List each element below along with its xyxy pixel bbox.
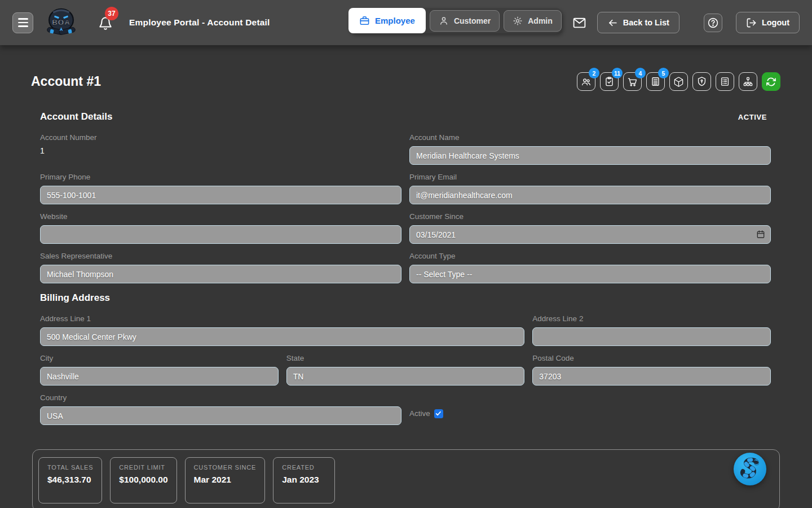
question-circle-icon [707,17,719,29]
active-checkbox[interactable] [434,409,443,418]
country-active-row: Country Active [0,393,812,433]
field-label: Sales Representative [40,252,401,260]
sales-representative-input[interactable] [40,265,401,283]
field-label: Account Name [409,133,771,142]
arrow-left-icon [607,17,618,28]
field-label: Account Number [40,133,401,142]
account-number-value: 1 [40,146,401,155]
stat-value: $46,313.70 [47,475,93,485]
primary-phone-field: Primary Phone [40,173,401,204]
snake-logo-icon [732,452,767,487]
primary-email-field: Primary Email [409,173,771,204]
cart-icon [627,76,638,87]
logout-icon [746,17,757,28]
customer-since-date-input[interactable] [409,225,771,244]
tab-employee[interactable]: Employee [348,8,426,33]
boa-cobra-logo: BOA [45,6,77,40]
field-label: Website [40,212,401,221]
active-label: Active [409,409,430,418]
people-icon [581,76,592,87]
page-title: Account #1 [31,74,101,89]
top-navbar: BOA 37 Employee Portal - Account Detail … [0,0,812,45]
contacts-button[interactable]: 2 [577,72,595,91]
back-to-list-button[interactable]: Back to List [597,12,679,33]
packages-button[interactable] [669,72,688,91]
tab-label: Customer [454,16,491,25]
tasks-button[interactable]: 11 [600,72,619,91]
stat-value: $100,000.00 [119,475,167,485]
refresh-icon [766,76,776,87]
page-header: Account #1 2 11 4 [0,45,812,91]
country-input[interactable] [40,406,401,425]
address-line-2-field: Address Line 2 [532,314,771,346]
security-button[interactable] [692,72,711,91]
website-input[interactable] [40,225,401,244]
city-input[interactable] [40,367,279,386]
tab-label: Admin [528,16,553,25]
field-label: Postal Code [532,354,771,362]
stat-customer-since: CUSTOMER SINCE Mar 2021 [185,457,266,503]
field-label: Customer Since [409,212,771,221]
navbar-right-actions: Back to List Logout [572,12,800,33]
tab-label: Employee [375,16,415,25]
orders-button[interactable]: 4 [623,72,642,91]
gear-icon [513,16,523,26]
refresh-button[interactable] [762,72,780,91]
snake-assistant-button[interactable] [732,452,767,487]
active-field: Active [409,394,771,433]
field-label: Country [40,393,401,402]
contacts-count-badge: 2 [589,68,599,78]
field-label: Account Type [409,252,771,260]
account-name-field: Account Name [409,133,771,165]
field-label: City [40,354,279,362]
customer-since-field: Customer Since [409,212,771,244]
orders-count-badge: 4 [635,68,646,78]
stat-value: Mar 2021 [194,475,257,485]
logo-text: BOA [52,18,70,27]
country-field: Country [40,393,401,425]
address-line-1-input[interactable] [40,327,524,346]
stat-created: CREATED Jan 2023 [273,457,335,503]
address-line-2-input[interactable] [532,327,771,346]
envelope-icon [572,16,586,30]
notifications-bell[interactable]: 37 [98,16,113,33]
account-stats-bar: TOTAL SALES $46,313.70 CREDIT LIMIT $100… [32,449,780,508]
sitemap-icon [743,76,753,87]
state-field: State [286,354,525,386]
logout-button[interactable]: Logout [736,12,800,33]
tab-customer[interactable]: Customer [430,10,500,32]
postal-code-field: Postal Code [532,354,771,386]
mail-button[interactable] [572,16,586,30]
postal-code-input[interactable] [532,367,771,386]
hamburger-menu-button[interactable] [12,12,33,33]
sales-representative-field: Sales Representative [40,252,401,283]
account-type-select[interactable]: -- Select Type -- [409,265,771,283]
portal-tab-group: Employee Customer Admin [348,8,562,33]
document-list-icon [650,76,661,87]
invoices-count-badge: 5 [658,68,669,78]
address-line-1-field: Address Line 1 [40,314,524,346]
notes-button[interactable] [716,72,734,91]
person-icon [439,16,449,26]
state-input[interactable] [286,367,525,386]
account-type-field: Account Type -- Select Type -- [409,252,771,283]
record-toolbar: 2 11 4 5 [577,72,780,91]
tab-admin[interactable]: Admin [504,10,562,32]
invoices-button[interactable]: 5 [646,72,665,91]
account-details-header: Account Details ACTIVE [0,111,812,122]
notification-count-badge: 37 [105,7,118,20]
help-button[interactable] [704,14,722,32]
account-name-input[interactable] [409,146,771,165]
website-field: Website [40,212,401,244]
shield-icon [696,76,707,87]
hierarchy-button[interactable] [739,72,757,91]
primary-email-input[interactable] [409,186,771,204]
account-details-form: Account Number 1 Account Name Primary Ph… [0,133,812,291]
stat-total-sales: TOTAL SALES $46,313.70 [38,457,102,503]
primary-phone-input[interactable] [40,186,401,204]
clipboard-check-icon [604,76,615,87]
logout-button-label: Logout [762,18,789,27]
section-title-account-details: Account Details [40,111,112,122]
field-label: State [286,354,525,362]
stat-credit-limit: CREDIT LIMIT $100,000.00 [110,457,176,503]
